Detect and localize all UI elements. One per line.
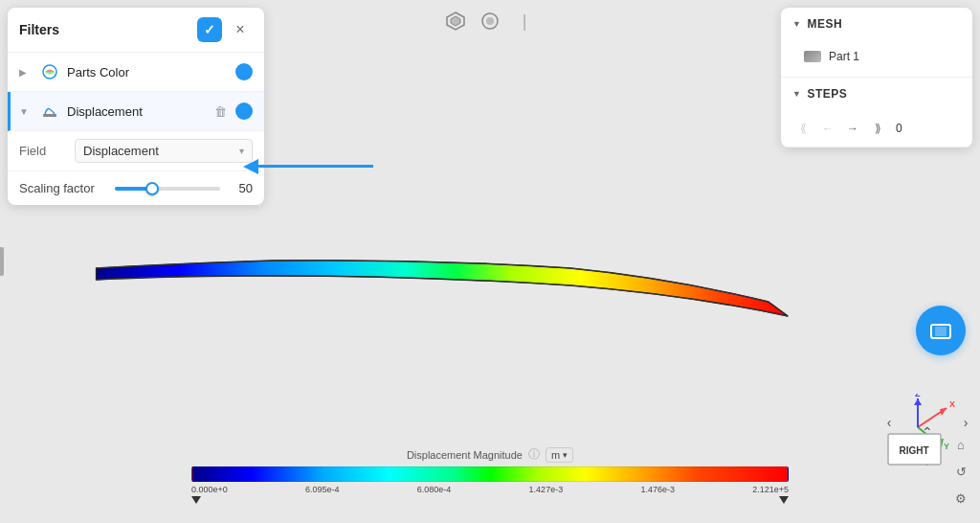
colorbar-unit-arrow: ▾: [563, 450, 568, 460]
step-value: 0: [896, 122, 902, 135]
steps-section-label: STEPS: [807, 87, 847, 101]
scaling-slider[interactable]: [115, 187, 220, 191]
parts-color-expand-icon[interactable]: ▶: [19, 67, 33, 78]
colorbar-ticks: 0.000e+0 6.095e-4 6.080e-4 1.427e-3 1.47…: [191, 485, 789, 494]
steps-chevron-icon: ▼: [792, 89, 801, 99]
step-last-button[interactable]: ⟫: [867, 118, 888, 139]
field-select[interactable]: Displacement ▾: [75, 139, 253, 163]
colorbar-title-text: Displacement Magnitude: [407, 449, 523, 461]
svg-marker-14: [940, 408, 947, 416]
steps-section-header[interactable]: ▼ STEPS: [781, 78, 972, 110]
camera-button[interactable]: [916, 306, 966, 355]
parts-color-icon: [40, 62, 59, 81]
tick-0: 0.000e+0: [191, 485, 228, 494]
displacement-delete-icon[interactable]: 🗑: [211, 102, 230, 121]
beam-visualization: [77, 211, 808, 383]
filters-panel: Filters ✓ × ▶ Parts Color ▼ Displacement: [8, 8, 264, 205]
arrow-line: [258, 165, 373, 168]
svg-rect-7: [935, 327, 947, 336]
svg-text:X: X: [949, 399, 955, 409]
mesh-section-body: Part 1: [781, 40, 972, 77]
mesh-chevron-icon: ▼: [792, 19, 801, 29]
filters-header-actions: ✓ ×: [197, 17, 253, 42]
svg-marker-16: [914, 398, 922, 405]
mesh-item-label: Part 1: [829, 50, 859, 63]
left-edge-indicator: [0, 247, 4, 276]
filters-confirm-button[interactable]: ✓: [197, 17, 222, 42]
steps-section: ▼ STEPS ⟪ ← → ⟫ 0: [781, 78, 972, 148]
toolbar-icon-1[interactable]: [442, 8, 469, 34]
tick-1: 6.095e-4: [305, 485, 340, 494]
scaling-row: Scaling factor 50: [8, 171, 264, 205]
field-row: Field Displacement ▾: [8, 131, 264, 171]
displacement-label: Displacement: [67, 104, 203, 119]
displacement-row[interactable]: ▼ Displacement 🗑: [8, 92, 264, 131]
scaling-value: 50: [230, 181, 253, 195]
mesh-section-label: MESH: [807, 17, 842, 31]
parts-color-row[interactable]: ▶ Parts Color: [8, 53, 264, 92]
displacement-toggle[interactable]: [235, 102, 253, 120]
tick-3: 1.427e-3: [529, 485, 564, 494]
cube-face-label: RIGHT: [899, 445, 928, 456]
colorbar-gradient: [191, 466, 789, 482]
displacement-expand-icon[interactable]: ▼: [19, 106, 33, 117]
field-select-value: Displacement: [83, 144, 159, 158]
colorbar-unit-select[interactable]: m ▾: [546, 447, 573, 463]
bottom-right-icons: ⌂ ↺ ⚙: [949, 433, 972, 510]
blue-arrow-annotation: [258, 165, 373, 168]
tick-2: 6.080e-4: [417, 485, 452, 494]
mesh-item-icon: [804, 51, 821, 62]
arrow-head: [243, 159, 258, 174]
colorbar-triangles: [191, 496, 789, 504]
filters-close-button[interactable]: ×: [228, 17, 253, 42]
colorbar-min-triangle: [191, 496, 201, 504]
svg-text:Z: Z: [915, 394, 921, 398]
step-first-button[interactable]: ⟪: [792, 118, 813, 139]
mesh-section: ▼ MESH Part 1: [781, 8, 972, 78]
svg-marker-1: [451, 16, 460, 26]
slider-thumb[interactable]: [145, 182, 159, 195]
colorbar-unit-value: m: [551, 449, 560, 461]
step-prev-button[interactable]: ←: [817, 118, 838, 139]
steps-controls: ⟪ ← → ⟫ 0: [781, 110, 972, 147]
settings-icon[interactable]: ⚙: [949, 487, 972, 510]
displacement-actions: 🗑: [211, 102, 253, 121]
slider-track[interactable]: [115, 187, 220, 191]
rotate-icon[interactable]: ↺: [949, 460, 972, 483]
mesh-item[interactable]: Part 1: [804, 46, 961, 67]
tick-4: 1.476e-3: [640, 485, 675, 494]
colorbar-max-triangle: [779, 496, 789, 504]
field-label: Field: [19, 144, 67, 158]
svg-rect-5: [43, 114, 56, 117]
colorbar-title: Displacement Magnitude ⓘ m ▾: [191, 446, 789, 463]
right-panel: ▼ MESH Part 1 ▼ STEPS ⟪ ← → ⟫ 0: [781, 8, 972, 148]
top-toolbar: |: [442, 8, 538, 34]
step-next-button[interactable]: →: [842, 118, 863, 139]
svg-point-3: [486, 17, 494, 25]
displacement-icon: [40, 102, 59, 121]
filters-title: Filters: [19, 22, 59, 37]
scaling-label: Scaling factor: [19, 181, 105, 195]
toolbar-icon-2[interactable]: [477, 8, 503, 34]
filters-header: Filters ✓ ×: [8, 8, 264, 53]
field-select-arrow-icon: ▾: [239, 146, 244, 156]
parts-color-label: Parts Color: [67, 65, 228, 80]
toolbar-divider: |: [511, 8, 538, 34]
mesh-section-header[interactable]: ▼ MESH: [781, 8, 972, 40]
parts-color-toggle[interactable]: [235, 63, 253, 80]
tick-5: 2.121e+5: [752, 485, 789, 494]
colorbar-container: Displacement Magnitude ⓘ m ▾ 0.000e+0 6.…: [191, 446, 789, 504]
home-icon[interactable]: ⌂: [949, 433, 972, 456]
colorbar-info-icon[interactable]: ⓘ: [528, 446, 540, 463]
